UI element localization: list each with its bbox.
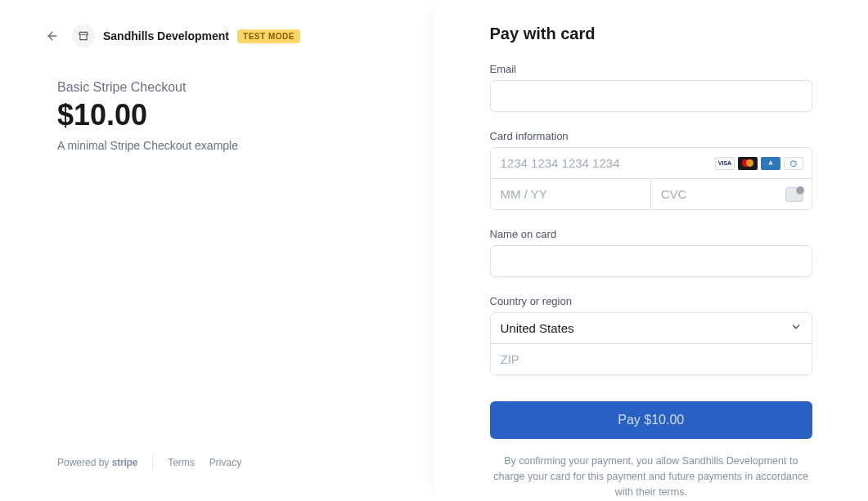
email-group: Email: [490, 63, 813, 112]
pay-button[interactable]: Pay $10.00: [490, 401, 813, 439]
email-label: Email: [490, 63, 813, 75]
country-value: United States: [501, 321, 574, 335]
product-name: Basic Stripe Checkout: [57, 80, 402, 95]
privacy-link[interactable]: Privacy: [209, 457, 241, 468]
cvc-card-icon: [785, 187, 803, 202]
arrow-left-icon: [46, 29, 59, 42]
footer-separator: [152, 455, 153, 470]
back-button[interactable]: [41, 25, 64, 47]
mastercard-icon: [738, 157, 758, 170]
powered-by: Powered by stripe: [57, 457, 137, 468]
name-input[interactable]: [490, 245, 813, 277]
chevron-down-icon: [790, 321, 802, 335]
card-info-label: Card information: [490, 130, 813, 142]
merchant-header: Sandhills Development TEST MODE: [41, 25, 402, 47]
email-input[interactable]: [490, 80, 813, 112]
name-group: Name on card: [490, 228, 813, 277]
card-number-input[interactable]: [491, 148, 716, 178]
storefront-icon: [78, 30, 89, 42]
merchant-name: Sandhills Development: [103, 29, 229, 42]
card-brand-icons: VISA A ◯: [715, 157, 812, 170]
form-title: Pay with card: [490, 25, 813, 43]
terms-link[interactable]: Terms: [168, 457, 195, 468]
zip-input[interactable]: [491, 344, 812, 374]
visa-icon: VISA: [715, 157, 735, 170]
name-label: Name on card: [490, 228, 813, 240]
card-cvc-input[interactable]: [651, 179, 786, 209]
amex-icon: A: [761, 157, 780, 170]
country-select[interactable]: United States: [491, 313, 812, 344]
merchant-logo: [72, 25, 95, 47]
stripe-logo-text: stripe: [112, 457, 137, 468]
card-expiry-input[interactable]: [491, 179, 650, 209]
product-description: A minimal Stripe Checkout example: [57, 139, 402, 152]
payment-panel: Pay with card Email Card information VIS…: [434, 0, 869, 501]
payment-disclaimer: By confirming your payment, you allow Sa…: [490, 454, 813, 499]
country-group: Country or region United States: [490, 295, 813, 375]
product-summary: Basic Stripe Checkout $10.00 A minimal S…: [41, 80, 402, 152]
product-price: $10.00: [57, 98, 402, 132]
diners-icon: ◯: [784, 157, 803, 170]
test-mode-badge: TEST MODE: [237, 29, 300, 43]
card-info-group: Card information VISA A ◯: [490, 130, 813, 210]
footer: Powered by stripe Terms Privacy: [57, 455, 241, 470]
summary-panel: Sandhills Development TEST MODE Basic St…: [0, 0, 434, 501]
country-label: Country or region: [490, 295, 813, 307]
